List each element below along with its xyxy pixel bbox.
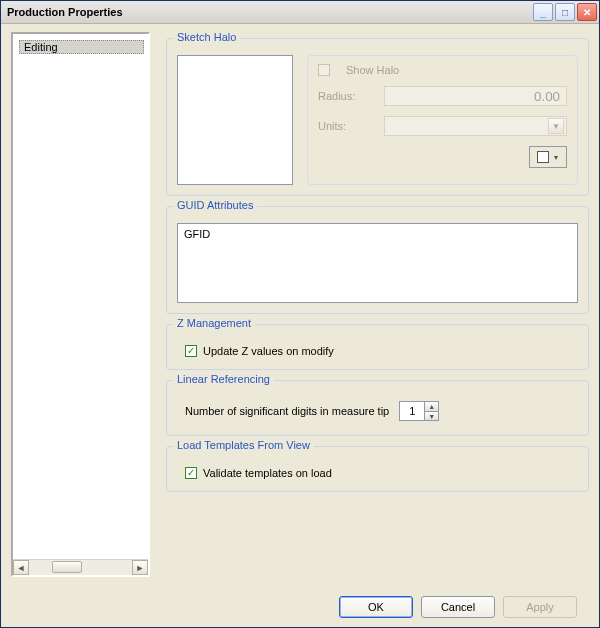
group-legend: GUID Attributes: [173, 199, 257, 211]
maximize-icon: □: [562, 7, 568, 18]
group-z-management: Z Management ✓ Update Z values on modify: [166, 324, 589, 370]
halo-options: Show Halo Radius: Units: ▼: [307, 55, 578, 185]
update-z-checkbox[interactable]: ✓: [185, 345, 197, 357]
show-halo-checkbox[interactable]: [318, 64, 330, 76]
apply-button[interactable]: Apply: [503, 596, 577, 618]
ok-button[interactable]: OK: [339, 596, 413, 618]
validate-label: Validate templates on load: [203, 467, 332, 479]
digits-label: Number of significant digits in measure …: [185, 405, 389, 417]
scroll-right-button[interactable]: ►: [132, 560, 148, 575]
list-item[interactable]: GFID: [184, 228, 571, 240]
chevron-down-icon: ▼: [553, 154, 560, 161]
minimize-button[interactable]: _: [533, 3, 553, 21]
chevron-down-icon: ▼: [548, 118, 564, 134]
group-legend: Z Management: [173, 317, 255, 329]
validate-checkbox[interactable]: ✓: [185, 467, 197, 479]
show-halo-label: Show Halo: [346, 64, 399, 76]
maximize-button[interactable]: □: [555, 3, 575, 21]
units-combobox: ▼: [384, 116, 567, 136]
group-linear-referencing: Linear Referencing Number of significant…: [166, 380, 589, 436]
settings-panel: Sketch Halo Show Halo Radius:: [166, 32, 589, 587]
group-guid-attributes: GUID Attributes GFID: [166, 206, 589, 314]
digits-spinner[interactable]: ▲ ▼: [399, 401, 439, 421]
halo-color-button[interactable]: ▼: [529, 146, 567, 168]
group-load-templates: Load Templates From View ✓ Validate temp…: [166, 446, 589, 492]
client-area: Editing ◄ ► Sketch Halo: [1, 24, 599, 627]
group-legend: Linear Referencing: [173, 373, 274, 385]
group-legend: Sketch Halo: [173, 31, 240, 43]
dialog-window: Production Properties _ □ ✕ Editing ◄ ► …: [0, 0, 600, 628]
close-button[interactable]: ✕: [577, 3, 597, 21]
cancel-button[interactable]: Cancel: [421, 596, 495, 618]
window-title: Production Properties: [7, 6, 533, 18]
show-halo-row: Show Halo: [318, 64, 567, 76]
scroll-track[interactable]: [30, 560, 131, 575]
group-legend: Load Templates From View: [173, 439, 314, 451]
scroll-thumb[interactable]: [52, 561, 82, 573]
close-icon: ✕: [583, 7, 591, 18]
units-label: Units:: [318, 120, 374, 132]
category-tree[interactable]: Editing ◄ ►: [11, 32, 150, 577]
radius-input: [384, 86, 567, 106]
tree-item-editing[interactable]: Editing: [19, 40, 144, 54]
spin-down-button[interactable]: ▼: [424, 411, 438, 420]
dialog-button-bar: OK Cancel Apply: [11, 587, 589, 627]
minimize-icon: _: [540, 7, 546, 18]
titlebar-buttons: _ □ ✕: [533, 3, 597, 21]
group-sketch-halo: Sketch Halo Show Halo Radius:: [166, 38, 589, 196]
tree-horizontal-scrollbar[interactable]: ◄ ►: [13, 559, 148, 575]
guid-listbox[interactable]: GFID: [177, 223, 578, 303]
radius-label: Radius:: [318, 90, 374, 102]
update-z-label: Update Z values on modify: [203, 345, 334, 357]
titlebar[interactable]: Production Properties _ □ ✕: [1, 1, 599, 24]
halo-preview-list[interactable]: [177, 55, 293, 185]
scroll-left-button[interactable]: ◄: [13, 560, 29, 575]
digits-input[interactable]: [400, 402, 424, 420]
color-swatch: [537, 151, 549, 163]
spin-up-button[interactable]: ▲: [424, 402, 438, 411]
